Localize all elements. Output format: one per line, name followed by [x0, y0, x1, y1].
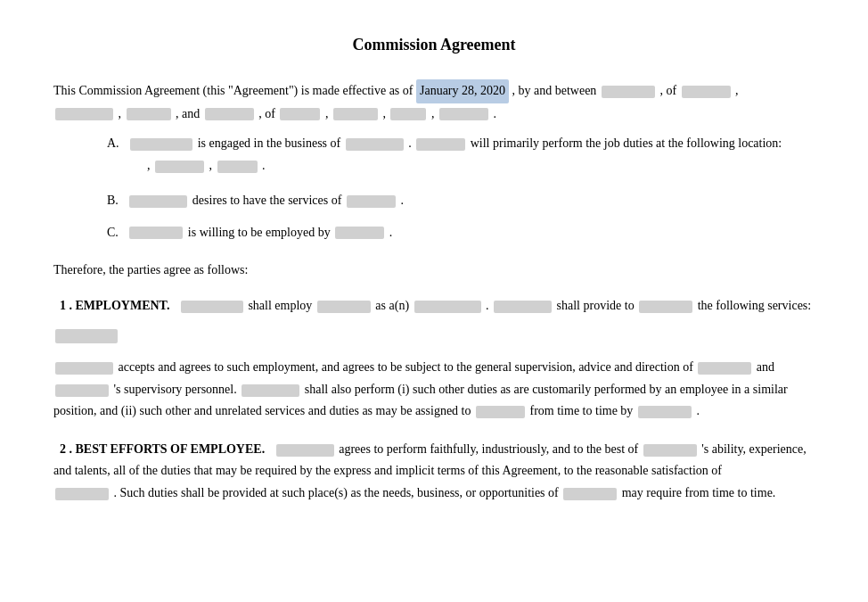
end-text-s2: . Such duties shall be provided at such … — [114, 486, 559, 499]
shall-provide-text: shall provide to — [557, 299, 635, 312]
comma2: , — [119, 107, 122, 120]
section2-number: 2 . — [53, 442, 76, 456]
comma5: , — [382, 107, 386, 120]
section-b: B. desires to have the services of . — [53, 189, 815, 211]
section1-number: 1 . — [53, 299, 76, 312]
shall-also-field[interactable] — [242, 384, 299, 397]
date-field: January 28, 2020 — [416, 79, 509, 103]
therefore-text: Therefore, the parties agree as follows: — [53, 260, 815, 282]
intro-of1: , of — [659, 84, 676, 97]
employer1-field[interactable] — [181, 301, 243, 313]
intro-paragraph: This Commission Agreement (this "Agreeme… — [53, 79, 815, 125]
period-c: . — [389, 226, 393, 239]
supervisory-emp-field[interactable] — [55, 384, 109, 397]
intro-text-pre: This Commission Agreement (this "Agreeme… — [53, 84, 413, 97]
accepts-text: accepts and agrees to such employment, a… — [119, 360, 693, 374]
person-b-field[interactable] — [129, 195, 187, 208]
emp-ability-field[interactable] — [643, 444, 697, 457]
opportunities-field[interactable] — [563, 488, 617, 500]
service-b-field[interactable] — [347, 195, 396, 208]
comma3: , — [176, 107, 179, 120]
period-loc: . — [262, 159, 266, 172]
section-a: A. is engaged in the business of . will … — [53, 132, 815, 177]
section-b-letter: B. — [107, 194, 119, 207]
period-s1-end: . — [696, 404, 700, 417]
assigned-to-field[interactable] — [476, 406, 525, 418]
following-text: the following services: — [698, 299, 812, 312]
addr6-field[interactable] — [390, 108, 426, 120]
addr1-field[interactable] — [55, 108, 113, 120]
section-a-text2: will primarily perform the job duties at… — [471, 136, 782, 150]
period-s1: . — [486, 299, 489, 312]
as-an-text: as a(n) — [375, 299, 409, 312]
section2-title: BEST EFFORTS OF EMPLOYEE. — [76, 442, 266, 456]
addr7-field[interactable] — [439, 108, 488, 120]
period1: . — [493, 107, 496, 120]
job-type-field[interactable] — [414, 301, 481, 313]
service-field[interactable] — [55, 329, 118, 343]
comma-loc2: , — [209, 159, 213, 172]
emp-best-field[interactable] — [276, 444, 334, 457]
intro-of2: , of — [258, 107, 275, 120]
and-text-s1: and — [757, 360, 774, 374]
loc2-field[interactable] — [155, 161, 204, 173]
end-text2-s2: may require from time to time. — [622, 486, 776, 499]
section-b-text: desires to have the services of — [192, 194, 342, 207]
from-time-text: from time to time by — [530, 404, 634, 417]
section-c-letter: C. — [107, 226, 119, 239]
service-block — [53, 325, 815, 347]
assigned-by-field[interactable] — [638, 406, 692, 418]
shall-employ-text: shall employ — [248, 299, 312, 312]
section1-heading: 1 . EMPLOYMENT. shall employ as a(n) . s… — [53, 295, 815, 317]
addr2-field[interactable] — [127, 108, 171, 120]
addr5-field[interactable] — [333, 108, 378, 120]
comma4: , — [325, 107, 329, 120]
intro-text-mid: , by and between — [512, 84, 597, 97]
section-a-letter: A. — [107, 136, 119, 150]
emp-accepts-field[interactable] — [55, 362, 113, 375]
section-c: C. is willing to be employed by . — [53, 221, 815, 243]
page-title: Commission Agreement — [53, 36, 815, 54]
recipient-field[interactable] — [639, 301, 692, 313]
comma6: , — [431, 107, 435, 120]
company-field-a[interactable] — [130, 138, 192, 151]
city1-field[interactable] — [682, 86, 731, 98]
best-text-pre: agrees to perform faithfully, industriou… — [339, 442, 638, 456]
business-field-a[interactable] — [346, 138, 404, 151]
section2-heading: 2 . BEST EFFORTS OF EMPLOYEE. agrees to … — [53, 439, 815, 505]
comma-loc1: , — [144, 159, 151, 172]
comma1: , — [735, 84, 739, 97]
person-field-a[interactable] — [416, 138, 465, 151]
person-c-field[interactable] — [129, 227, 183, 239]
intro-and: and — [182, 107, 200, 120]
satisfaction-field[interactable] — [55, 488, 109, 500]
addr4-field[interactable] — [280, 108, 320, 120]
employer-c-field[interactable] — [335, 227, 384, 239]
employee1-field[interactable] — [317, 301, 371, 313]
section-a-text1: is engaged in the business of — [198, 136, 341, 150]
supervisor-field[interactable] — [698, 362, 751, 375]
section-a-period: . — [408, 136, 412, 150]
period-b: . — [400, 194, 404, 207]
party1-field[interactable] — [602, 86, 655, 98]
section-c-text: is willing to be employed by — [188, 226, 331, 239]
section1-para: accepts and agrees to such employment, a… — [53, 357, 815, 423]
supervisory-text: 's supervisory personnel. — [114, 383, 237, 396]
loc3-field[interactable] — [217, 161, 258, 173]
addr3-field[interactable] — [205, 108, 254, 120]
section1-title: EMPLOYMENT. — [76, 299, 170, 312]
provider-field[interactable] — [494, 301, 552, 313]
